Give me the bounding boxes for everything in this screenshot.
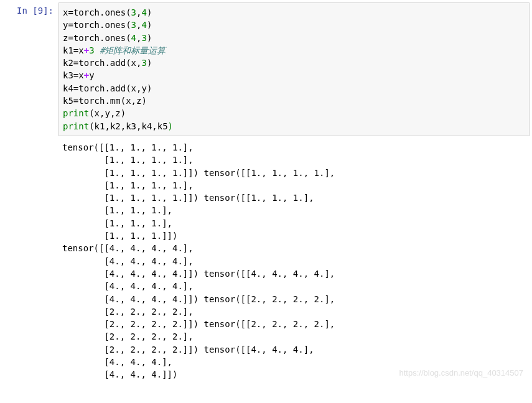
code-token: ) bbox=[121, 108, 126, 118]
code-token: 3 bbox=[131, 20, 136, 30]
code-token: , bbox=[131, 96, 136, 106]
code-token: 4 bbox=[141, 20, 146, 30]
code-token: x bbox=[131, 58, 136, 68]
code-token: torch.ones bbox=[73, 33, 126, 43]
code-token: print bbox=[63, 121, 89, 131]
code-token: 3 bbox=[141, 33, 146, 43]
code-token: x bbox=[78, 45, 83, 55]
code-token: x,y,z bbox=[95, 108, 121, 118]
code-token: ( bbox=[126, 20, 131, 30]
code-cell: In [9]: x=torch.ones(3,4) y=torch.ones(3… bbox=[2, 2, 530, 136]
code-token: ( bbox=[126, 33, 131, 43]
code-token: k2 bbox=[63, 58, 73, 68]
code-token: ( bbox=[89, 108, 94, 118]
code-token: + bbox=[84, 45, 89, 55]
code-token: ( bbox=[126, 83, 131, 93]
code-token: 3 bbox=[141, 58, 146, 68]
code-token: 3 bbox=[89, 45, 94, 55]
code-token: y bbox=[89, 70, 94, 80]
watermark: https://blog.csdn.net/qq_40314507 bbox=[399, 368, 524, 379]
output-row: tensor([[1., 1., 1., 1.], [1., 1., 1., 1… bbox=[2, 136, 530, 384]
code-comment: #矩阵和标量运算 bbox=[100, 45, 166, 55]
code-token: k4 bbox=[63, 83, 73, 93]
code-token: k5 bbox=[63, 96, 73, 106]
output-prompt bbox=[2, 136, 58, 384]
code-token: = bbox=[68, 20, 73, 30]
code-token: torch.add bbox=[78, 83, 126, 93]
code-token: ) bbox=[147, 7, 152, 17]
code-token: torch.ones bbox=[73, 7, 126, 17]
code-token: torch.add bbox=[78, 58, 126, 68]
code-token: torch.mm bbox=[78, 96, 120, 106]
code-input[interactable]: x=torch.ones(3,4) y=torch.ones(3,4) z=to… bbox=[58, 2, 530, 136]
code-token: ( bbox=[126, 58, 131, 68]
code-token: ) bbox=[141, 96, 146, 106]
code-token: ) bbox=[147, 20, 152, 30]
code-token: print bbox=[63, 108, 89, 118]
input-prompt: In [9]: bbox=[2, 2, 58, 19]
code-token: ( bbox=[89, 121, 94, 131]
code-token: k3 bbox=[63, 70, 73, 80]
code-token: ) bbox=[147, 83, 152, 93]
code-token: x bbox=[131, 83, 136, 93]
code-token: = bbox=[68, 7, 73, 17]
code-token: x bbox=[126, 96, 131, 106]
code-token: 3 bbox=[131, 7, 136, 17]
code-token: x bbox=[78, 70, 83, 80]
code-token: ( bbox=[126, 7, 131, 17]
code-token: ) bbox=[147, 33, 152, 43]
code-token: torch.ones bbox=[73, 20, 126, 30]
code-token: = bbox=[68, 33, 73, 43]
code-token: + bbox=[84, 70, 89, 80]
code-token: ) bbox=[147, 58, 152, 68]
code-token: ) bbox=[168, 121, 173, 131]
code-token: ( bbox=[121, 96, 126, 106]
code-token: k1 bbox=[63, 45, 73, 55]
code-token bbox=[95, 45, 100, 55]
code-token: k1,k2,k3,k4,k5 bbox=[95, 121, 168, 131]
output-area: tensor([[1., 1., 1., 1.], [1., 1., 1., 1… bbox=[58, 136, 530, 384]
code-token: 4 bbox=[131, 33, 136, 43]
code-token: 4 bbox=[141, 7, 146, 17]
code-token: y bbox=[141, 83, 146, 93]
output-text: tensor([[1., 1., 1., 1.], [1., 1., 1., 1… bbox=[62, 142, 335, 379]
